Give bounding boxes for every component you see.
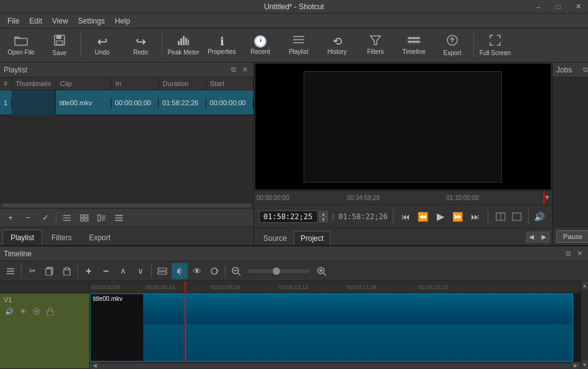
time-spin-up[interactable]: ▲ bbox=[319, 211, 328, 217]
jobs-float-icon[interactable]: ⧉ bbox=[581, 65, 588, 74]
track-v1-composite[interactable] bbox=[31, 306, 42, 317]
source-nav-fwd[interactable]: ▶ bbox=[538, 232, 550, 243]
time-slash: / bbox=[332, 212, 334, 221]
step-back-button[interactable]: ⏪ bbox=[416, 209, 431, 224]
export-button[interactable]: Export bbox=[434, 30, 471, 61]
zoom-slider-thumb[interactable] bbox=[273, 267, 280, 275]
svg-marker-12 bbox=[371, 36, 380, 45]
tab-source[interactable]: Source bbox=[257, 231, 294, 245]
volume-button[interactable]: 🔊 bbox=[532, 209, 547, 224]
fullscreen-button[interactable]: Full Screen bbox=[476, 30, 514, 61]
svg-line-54 bbox=[323, 273, 326, 276]
playlist-check-button[interactable]: ✓ bbox=[37, 211, 53, 225]
tl-remove-button[interactable]: − bbox=[98, 263, 114, 279]
tl-cut-button[interactable]: ✂ bbox=[24, 263, 40, 279]
source-nav-back[interactable]: ◀ bbox=[526, 232, 537, 243]
recent-button[interactable]: 🕐 Recent bbox=[242, 30, 279, 61]
ruler-playhead bbox=[185, 281, 186, 293]
tab-filters[interactable]: Filters bbox=[43, 230, 80, 245]
save-button[interactable]: Save bbox=[41, 30, 78, 61]
tl-preview-button[interactable]: 👁 bbox=[189, 263, 205, 279]
open-file-button[interactable]: Open File bbox=[2, 30, 40, 61]
timeline-vscrollbar[interactable]: ▲ ▼ bbox=[581, 281, 588, 369]
tab-export[interactable]: Export bbox=[81, 230, 119, 245]
playlist-float-icon[interactable]: ⧉ bbox=[229, 65, 238, 74]
time-spinner[interactable]: ▲ ▼ bbox=[319, 211, 328, 222]
tl-zoom-out-button[interactable] bbox=[228, 263, 244, 279]
timeline-title: Timeline bbox=[4, 250, 32, 258]
tab-project[interactable]: Project bbox=[294, 231, 330, 245]
tl-block-view[interactable] bbox=[154, 263, 170, 279]
title-bar: Untitled* - Shotcut – □ ✕ bbox=[0, 0, 588, 14]
tl-up-button[interactable]: ∧ bbox=[115, 263, 131, 279]
track-header-v1: V1 🔊 👁 bbox=[0, 293, 89, 369]
menu-settings[interactable]: Settings bbox=[73, 14, 110, 28]
timeline-zoom-slider[interactable] bbox=[248, 269, 310, 273]
menu-file[interactable]: File bbox=[2, 14, 24, 28]
step-forward-button[interactable]: ⏩ bbox=[450, 209, 465, 224]
table-row[interactable]: 1 title00.mkv 00:00:00;00 01:58:22;26 00… bbox=[0, 90, 253, 115]
jobs-pause-button[interactable]: Pause bbox=[556, 230, 588, 243]
tl-snap-button[interactable] bbox=[172, 263, 188, 279]
view-mode-btn-2[interactable] bbox=[509, 209, 524, 224]
playlist-close-icon[interactable]: ✕ bbox=[240, 65, 250, 74]
tl-paste-button[interactable] bbox=[59, 263, 75, 279]
time-spin-down[interactable]: ▼ bbox=[319, 217, 328, 222]
vscroll-up[interactable]: ▲ bbox=[582, 281, 588, 290]
tc-sep-3 bbox=[528, 209, 529, 224]
playlist-menu-button[interactable] bbox=[111, 211, 127, 225]
timeline-close-icon[interactable]: ✕ bbox=[575, 249, 584, 258]
close-button[interactable]: ✕ bbox=[568, 0, 588, 13]
tl-loop-button[interactable] bbox=[206, 263, 222, 279]
menu-help[interactable]: Help bbox=[110, 14, 135, 28]
track-v1-audio[interactable]: 🔊 bbox=[4, 306, 15, 317]
menu-view[interactable]: View bbox=[47, 14, 73, 28]
ruler-tick-2: 00:00:08;29 bbox=[211, 284, 240, 290]
undo-icon: ↩ bbox=[97, 35, 108, 48]
redo-button[interactable]: ↪ Redo bbox=[122, 30, 159, 61]
clip-title00[interactable]: title00.mkv bbox=[90, 293, 573, 362]
play-button[interactable]: ▶ bbox=[433, 209, 448, 224]
playlist-grid-view[interactable] bbox=[76, 211, 92, 225]
cell-start: 00:00:00;00 bbox=[206, 98, 253, 108]
playlist-header: Playlist ⧉ ✕ bbox=[0, 63, 253, 77]
hscroll-track[interactable] bbox=[100, 363, 571, 368]
restore-button[interactable]: □ bbox=[548, 0, 568, 13]
hscroll-right[interactable]: ▶ bbox=[571, 362, 581, 370]
properties-button[interactable]: ℹ Properties bbox=[203, 30, 240, 61]
tl-sep-1 bbox=[21, 265, 22, 277]
peak-meter-button[interactable]: Peak Meter bbox=[165, 30, 202, 61]
skip-to-start-button[interactable]: ⏮ bbox=[398, 209, 413, 224]
timeline-button[interactable]: Timeline bbox=[395, 30, 432, 61]
tl-menu-button[interactable] bbox=[2, 263, 19, 279]
hscroll-left[interactable]: ◀ bbox=[90, 362, 100, 370]
col-header-clip: Clip bbox=[56, 77, 112, 90]
timeline-hscrollbar[interactable]: ◀ ▶ bbox=[90, 362, 581, 369]
menu-edit[interactable]: Edit bbox=[24, 14, 47, 28]
playlist-add-button[interactable]: + bbox=[2, 211, 19, 225]
tl-zoom-in-button[interactable] bbox=[314, 263, 330, 279]
cell-duration: 01:58:22;26 bbox=[159, 98, 206, 108]
playlist-detail-view[interactable] bbox=[94, 211, 110, 225]
view-mode-btn-1[interactable] bbox=[493, 209, 508, 224]
playlist-table[interactable]: 1 title00.mkv 00:00:00;00 01:58:22;26 00… bbox=[0, 90, 253, 146]
tl-down-button[interactable]: ∨ bbox=[133, 263, 149, 279]
playlist-hscrollbar[interactable] bbox=[0, 202, 253, 208]
track-v1-visible[interactable]: 👁 bbox=[17, 306, 29, 317]
filters-button[interactable]: Filters bbox=[357, 30, 394, 61]
svg-line-51 bbox=[238, 273, 240, 276]
tl-add-button[interactable]: + bbox=[81, 263, 97, 279]
history-button[interactable]: ⟲ History bbox=[318, 30, 356, 61]
skip-to-end-button[interactable]: ⏭ bbox=[468, 209, 483, 224]
playlist-remove-button[interactable]: − bbox=[20, 211, 36, 225]
undo-button[interactable]: ↩ Undo bbox=[84, 30, 121, 61]
track-v1-lock[interactable] bbox=[45, 306, 56, 317]
tl-copy-button[interactable] bbox=[42, 263, 58, 279]
playlist-button[interactable]: Playlist bbox=[280, 30, 317, 61]
vscroll-down[interactable]: ▼ bbox=[582, 360, 588, 369]
minimize-button[interactable]: – bbox=[529, 0, 548, 13]
current-time-display[interactable]: 01:58:22;25 bbox=[259, 211, 318, 223]
tab-playlist[interactable]: Playlist bbox=[2, 230, 42, 245]
playlist-list-view[interactable] bbox=[59, 211, 75, 225]
timeline-float-icon[interactable]: ⧉ bbox=[564, 249, 573, 258]
